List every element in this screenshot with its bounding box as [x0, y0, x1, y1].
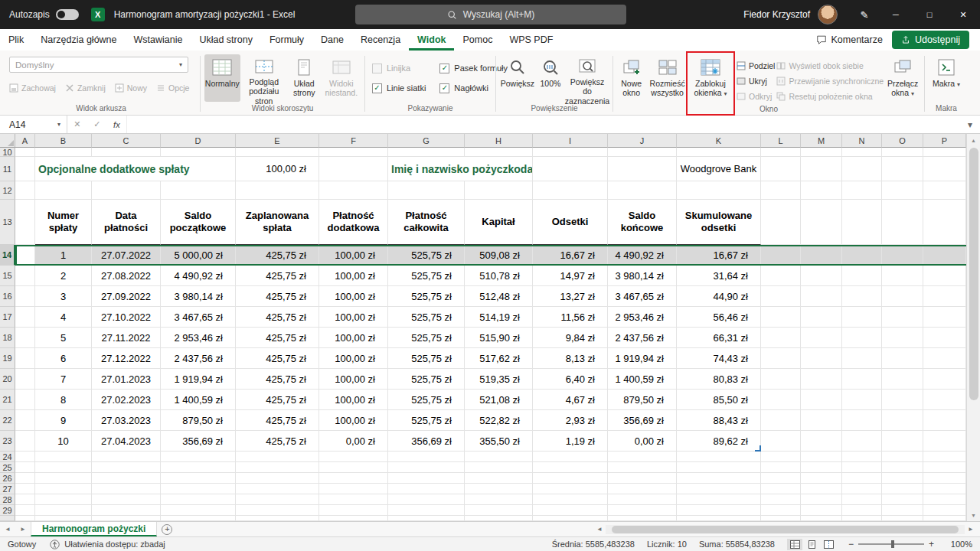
cell[interactable]: [923, 369, 966, 390]
cell[interactable]: 56,46 zł: [677, 307, 761, 328]
cell[interactable]: 27.07.2022: [92, 245, 161, 266]
cell[interactable]: [882, 181, 923, 200]
cell[interactable]: [761, 307, 801, 328]
tab-wps-pdf[interactable]: WPS PDF: [501, 29, 561, 51]
cell[interactable]: [15, 410, 35, 431]
cell[interactable]: [801, 494, 842, 505]
cell[interactable]: [801, 328, 842, 348]
cell[interactable]: [677, 462, 761, 473]
cell[interactable]: [842, 462, 882, 473]
page-break-preview-button[interactable]: Podgląd podziału stron: [242, 54, 286, 102]
cell[interactable]: [533, 484, 608, 494]
cell[interactable]: [388, 462, 465, 473]
cell[interactable]: 100,00 zł: [319, 266, 388, 286]
cell[interactable]: [236, 516, 319, 521]
cell[interactable]: 4 490,92 zł: [161, 266, 236, 286]
cell[interactable]: 80,83 zł: [677, 369, 761, 390]
cell[interactable]: [677, 148, 761, 157]
cell[interactable]: [608, 516, 677, 521]
cell[interactable]: [761, 462, 801, 473]
cell[interactable]: [923, 431, 966, 452]
cell[interactable]: [761, 148, 801, 157]
row-header-10[interactable]: 10: [0, 148, 15, 157]
cell[interactable]: [761, 410, 801, 431]
cell[interactable]: 27.08.2022: [92, 266, 161, 286]
cell[interactable]: [923, 245, 966, 266]
cell[interactable]: [608, 452, 677, 462]
switch-windows-button[interactable]: Przełącz okna ▾: [885, 54, 920, 102]
cell[interactable]: [319, 484, 388, 494]
cell[interactable]: [608, 494, 677, 505]
sheet-nav-right-icon[interactable]: ►: [15, 522, 31, 536]
cell[interactable]: [15, 462, 35, 473]
cell[interactable]: [161, 181, 236, 200]
cell[interactable]: [388, 484, 465, 494]
select-all-corner[interactable]: [0, 134, 15, 148]
cancel-icon[interactable]: ✕: [74, 119, 80, 129]
cell[interactable]: [677, 452, 761, 462]
cell[interactable]: 517,62 zł: [465, 348, 533, 369]
cell[interactable]: [161, 484, 236, 494]
cell[interactable]: 425,75 zł: [236, 431, 319, 452]
cell[interactable]: [161, 505, 236, 516]
column-header-O[interactable]: O: [882, 134, 923, 148]
cell[interactable]: 1 919,94 zł: [608, 348, 677, 369]
cell[interactable]: 2 953,46 zł: [161, 328, 236, 348]
cell[interactable]: [533, 494, 608, 505]
cell[interactable]: [882, 148, 923, 157]
cell[interactable]: [465, 484, 533, 494]
tab-plik[interactable]: Plik: [0, 29, 32, 51]
cell[interactable]: [923, 148, 966, 157]
cell[interactable]: [465, 181, 533, 200]
zoom-in-icon[interactable]: +: [929, 539, 934, 549]
autosave-toggle[interactable]: [56, 9, 79, 20]
cell[interactable]: 521,08 zł: [465, 390, 533, 410]
arrange-all-button[interactable]: Rozmieść wszystko: [647, 54, 688, 102]
cell[interactable]: Kapitał: [465, 200, 533, 245]
cell[interactable]: 7: [35, 369, 92, 390]
cell[interactable]: [801, 181, 842, 200]
cell[interactable]: 525,75 zł: [388, 245, 465, 266]
cell[interactable]: [15, 307, 35, 328]
cell[interactable]: [801, 390, 842, 410]
cell[interactable]: [761, 245, 801, 266]
expand-formula-bar-icon[interactable]: ▾: [960, 116, 980, 133]
vertical-scrollbar[interactable]: ▲ ▼: [966, 134, 980, 521]
cell[interactable]: [35, 494, 92, 505]
cell[interactable]: [236, 462, 319, 473]
cell[interactable]: 425,75 zł: [236, 369, 319, 390]
cell[interactable]: [801, 462, 842, 473]
cell[interactable]: [842, 286, 882, 307]
cell[interactable]: [882, 245, 923, 266]
cell[interactable]: 3 980,14 zł: [608, 266, 677, 286]
cell[interactable]: [923, 484, 966, 494]
cell[interactable]: 425,75 zł: [236, 328, 319, 348]
column-header-E[interactable]: E: [236, 134, 319, 148]
tab-recenzja[interactable]: Recenzja: [352, 29, 409, 51]
cell[interactable]: 27.04.2023: [92, 431, 161, 452]
cell[interactable]: 425,75 zł: [236, 307, 319, 328]
row-header-24[interactable]: 24: [0, 452, 15, 462]
cell[interactable]: 355,50 zł: [465, 431, 533, 452]
cell[interactable]: [15, 266, 35, 286]
cell[interactable]: 0,00 zł: [608, 431, 677, 452]
page-break-shortcut-icon[interactable]: [821, 539, 836, 550]
cell[interactable]: [801, 369, 842, 390]
pen-icon[interactable]: ✎: [850, 9, 879, 21]
cell[interactable]: [319, 181, 388, 200]
cell[interactable]: 100,00 zł: [319, 369, 388, 390]
cell[interactable]: [15, 516, 35, 521]
add-sheet-button[interactable]: +: [157, 522, 177, 536]
row-header-29[interactable]: 29: [0, 505, 15, 516]
cell[interactable]: [882, 484, 923, 494]
cell[interactable]: [761, 369, 801, 390]
cell[interactable]: [923, 348, 966, 369]
cell[interactable]: 1: [35, 245, 92, 266]
cell[interactable]: 27.10.2022: [92, 307, 161, 328]
cell[interactable]: [15, 245, 35, 266]
formula-input[interactable]: [127, 116, 960, 133]
cell[interactable]: [882, 157, 923, 181]
row-header-21[interactable]: 21: [0, 390, 15, 410]
cell[interactable]: 100,00 zł: [319, 410, 388, 431]
cell[interactable]: [842, 307, 882, 328]
